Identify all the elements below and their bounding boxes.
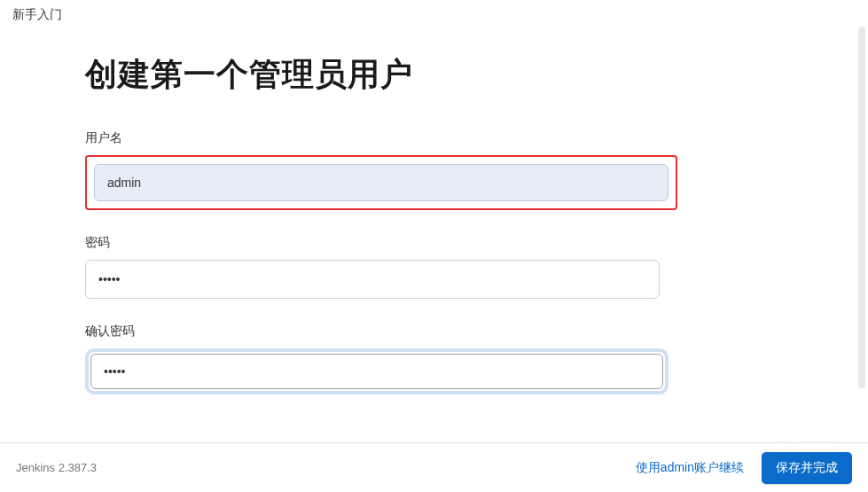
confirm-password-label: 确认密码 <box>85 324 665 340</box>
scrollbar[interactable] <box>858 27 865 388</box>
breadcrumb-text: 新手入门 <box>12 7 62 21</box>
confirm-password-input[interactable] <box>90 354 663 389</box>
password-field: 密码 <box>85 235 665 299</box>
setup-form: 创建第一个管理员用户 用户名 密码 确认密码 <box>0 27 665 439</box>
password-input[interactable] <box>85 260 660 299</box>
password-label: 密码 <box>85 235 665 251</box>
username-input[interactable] <box>94 164 669 201</box>
page-title: 创建第一个管理员用户 <box>85 53 665 97</box>
username-field: 用户名 <box>85 130 665 210</box>
username-label: 用户名 <box>85 130 665 146</box>
footer-actions: 使用admin账户继续 保存并完成 <box>636 452 852 484</box>
username-highlight <box>85 155 677 210</box>
footer: Jenkins 2.387.3 使用admin账户继续 保存并完成 <box>0 442 868 492</box>
version-label: Jenkins 2.387.3 <box>16 461 97 474</box>
confirm-password-field: 确认密码 <box>85 324 665 394</box>
skip-link[interactable]: 使用admin账户继续 <box>636 460 744 476</box>
content-area: 创建第一个管理员用户 用户名 密码 确认密码 <box>0 27 856 439</box>
save-button[interactable]: 保存并完成 <box>762 452 852 484</box>
confirm-password-focus-ring <box>85 348 669 394</box>
